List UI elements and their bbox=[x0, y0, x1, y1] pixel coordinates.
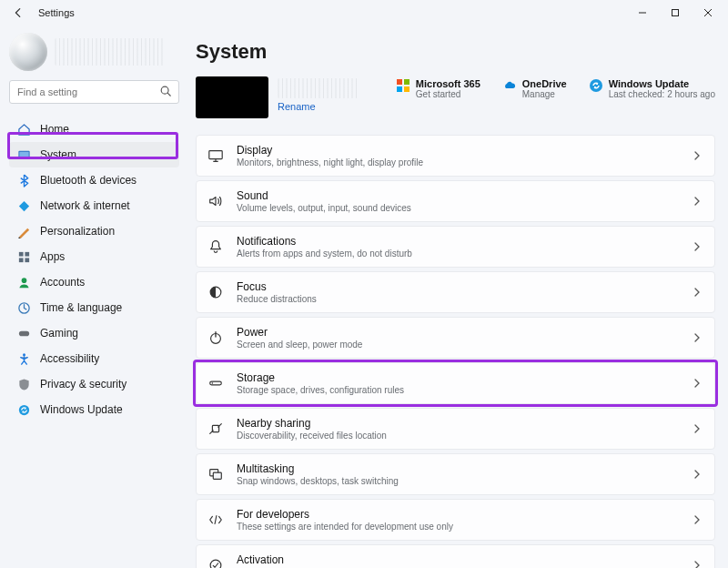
maximize-icon bbox=[671, 8, 680, 17]
page-title: System bbox=[196, 40, 715, 64]
sidebar-item-privacy[interactable]: Privacy & security bbox=[9, 371, 179, 397]
sidebar-item-time[interactable]: Time & language bbox=[9, 295, 179, 320]
row-sub: Storage space, drives, configuration rul… bbox=[237, 385, 680, 395]
chevron-right-icon bbox=[693, 561, 702, 568]
row-storage[interactable]: StorageStorage space, drives, configurat… bbox=[196, 362, 715, 404]
sidebar: Home System Bluetooth & devices Network … bbox=[0, 25, 187, 568]
svg-rect-14 bbox=[404, 79, 410, 85]
sidebar-item-label: Time & language bbox=[40, 301, 122, 314]
svg-rect-3 bbox=[19, 151, 28, 157]
chevron-right-icon bbox=[693, 333, 702, 342]
window-title: Settings bbox=[38, 7, 75, 18]
minimize-button[interactable] bbox=[626, 0, 659, 25]
apps-icon bbox=[16, 249, 31, 264]
svg-rect-15 bbox=[397, 86, 402, 92]
svg-rect-0 bbox=[672, 10, 679, 16]
sidebar-item-gaming[interactable]: Gaming bbox=[9, 320, 179, 346]
row-title: For developers bbox=[237, 508, 680, 521]
row-nearby-sharing[interactable]: Nearby sharingDiscoverability, received … bbox=[196, 408, 715, 450]
row-sound[interactable]: SoundVolume levels, output, input, sound… bbox=[196, 180, 715, 222]
row-power[interactable]: PowerScreen and sleep, power mode bbox=[196, 317, 715, 359]
titlebar: Settings bbox=[0, 0, 728, 25]
promo-title: Microsoft 365 bbox=[416, 78, 480, 89]
svg-rect-18 bbox=[209, 151, 222, 159]
sidebar-item-label: System bbox=[40, 148, 76, 161]
row-notifications[interactable]: NotificationsAlerts from apps and system… bbox=[196, 226, 715, 268]
promo-sub: Last checked: 2 hours ago bbox=[609, 89, 715, 99]
sidebar-item-label: Accounts bbox=[40, 276, 85, 289]
sidebar-item-label: Accessibility bbox=[40, 352, 99, 365]
sidebar-item-accessibility[interactable]: Accessibility bbox=[9, 346, 179, 371]
row-display[interactable]: DisplayMonitors, brightness, night light… bbox=[196, 135, 715, 177]
svg-rect-16 bbox=[404, 86, 410, 92]
row-sub: Reduce distractions bbox=[237, 294, 680, 304]
row-sub: These settings are intended for developm… bbox=[237, 522, 680, 532]
row-sub: Snap windows, desktops, task switching bbox=[237, 476, 680, 486]
sidebar-item-label: Windows Update bbox=[40, 403, 123, 416]
row-for-developers[interactable]: For developersThese settings are intende… bbox=[196, 499, 715, 541]
device-thumbnail bbox=[196, 76, 268, 118]
search-icon bbox=[159, 85, 173, 98]
svg-point-11 bbox=[23, 353, 25, 356]
sidebar-item-apps[interactable]: Apps bbox=[9, 244, 179, 269]
sidebar-item-bluetooth[interactable]: Bluetooth & devices bbox=[9, 167, 179, 193]
promo-title: Windows Update bbox=[609, 78, 715, 89]
maximize-button[interactable] bbox=[659, 0, 692, 25]
close-button[interactable] bbox=[692, 0, 724, 25]
row-multitasking[interactable]: MultitaskingSnap windows, desktops, task… bbox=[196, 453, 715, 495]
svg-rect-5 bbox=[25, 251, 29, 256]
sidebar-item-system[interactable]: System bbox=[9, 142, 179, 167]
svg-point-8 bbox=[21, 278, 26, 283]
back-button[interactable] bbox=[11, 5, 25, 20]
multitasking-icon bbox=[207, 466, 224, 482]
row-title: Storage bbox=[237, 371, 680, 384]
bell-icon bbox=[207, 238, 224, 255]
sidebar-item-network[interactable]: Network & internet bbox=[9, 193, 179, 218]
sidebar-item-label: Privacy & security bbox=[40, 378, 126, 390]
row-focus[interactable]: FocusReduce distractions bbox=[196, 271, 715, 313]
row-title: Multitasking bbox=[237, 462, 680, 475]
promo-title: OneDrive bbox=[522, 78, 567, 89]
sidebar-item-label: Bluetooth & devices bbox=[40, 174, 136, 187]
chevron-right-icon bbox=[693, 424, 702, 433]
device-header: Rename Microsoft 365 Get started OneDriv… bbox=[196, 76, 715, 118]
sidebar-item-personalization[interactable]: Personalization bbox=[9, 218, 179, 244]
display-icon bbox=[207, 147, 224, 164]
bluetooth-icon bbox=[16, 173, 31, 188]
windows-update-icon bbox=[589, 78, 603, 93]
row-sub: Monitors, brightness, night light, displ… bbox=[237, 157, 680, 167]
search-input[interactable] bbox=[9, 80, 179, 104]
rename-link[interactable]: Rename bbox=[278, 101, 358, 112]
sidebar-item-update[interactable]: Windows Update bbox=[9, 397, 179, 422]
svg-point-22 bbox=[212, 382, 214, 384]
row-sub: Volume levels, output, input, sound devi… bbox=[237, 203, 680, 213]
row-title: Display bbox=[237, 144, 680, 157]
promo-sub: Get started bbox=[416, 89, 480, 99]
svg-rect-21 bbox=[210, 381, 222, 385]
user-name-placeholder bbox=[55, 38, 164, 66]
promo-windows-update[interactable]: Windows Update Last checked: 2 hours ago bbox=[589, 76, 715, 99]
sidebar-item-accounts[interactable]: Accounts bbox=[9, 269, 179, 295]
promo-microsoft365[interactable]: Microsoft 365 Get started bbox=[396, 76, 480, 99]
promo-onedrive[interactable]: OneDrive Manage bbox=[502, 76, 567, 99]
clock-icon bbox=[16, 300, 31, 315]
power-icon bbox=[207, 330, 224, 346]
row-title: Power bbox=[237, 326, 680, 339]
row-sub: Alerts from apps and system, do not dist… bbox=[237, 248, 680, 259]
row-title: Focus bbox=[237, 280, 680, 293]
main-content: System Rename Microsoft 365 Get started … bbox=[187, 25, 728, 568]
svg-rect-4 bbox=[18, 251, 23, 256]
row-sub: Discoverability, received files location bbox=[237, 431, 680, 441]
gaming-icon bbox=[16, 326, 31, 340]
promo-sub: Manage bbox=[522, 89, 567, 99]
svg-point-17 bbox=[590, 79, 602, 92]
chevron-right-icon bbox=[693, 151, 702, 160]
search-container bbox=[9, 80, 179, 104]
avatar[interactable] bbox=[9, 33, 47, 71]
row-activation[interactable]: ActivationActivation state, subscription… bbox=[196, 544, 715, 568]
chevron-right-icon bbox=[693, 379, 702, 388]
chevron-right-icon bbox=[693, 470, 702, 479]
network-icon bbox=[16, 198, 31, 213]
sidebar-item-home[interactable]: Home bbox=[9, 117, 179, 142]
arrow-left-icon bbox=[12, 6, 25, 19]
